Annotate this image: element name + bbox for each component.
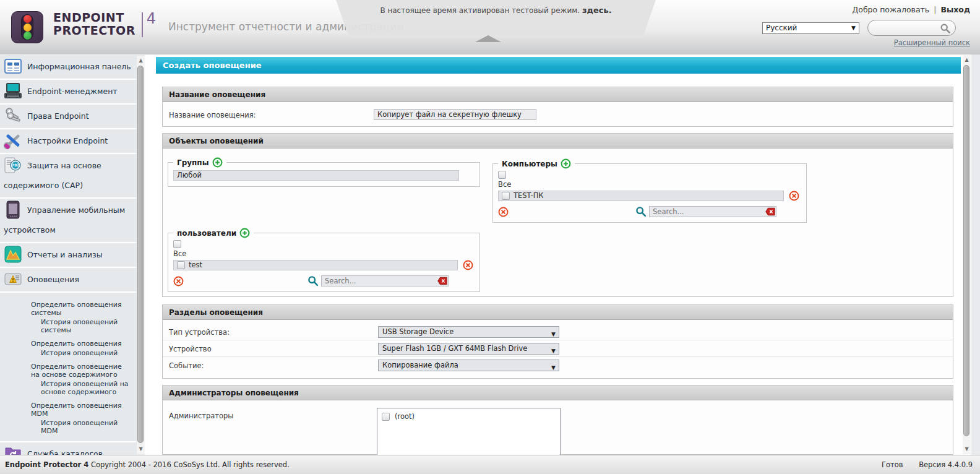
add-computer-icon[interactable] [561,158,571,169]
sidebar-item-label: Отчеты и анализы [27,250,103,259]
computers-search-input[interactable] [649,206,776,217]
device-type-row: Тип устройства: USB Storage Device ▼ [163,324,953,340]
sidebar-item-dashboard[interactable]: Информационная панель [0,55,136,80]
computer-item-checkbox[interactable] [502,192,510,200]
submenu-define-mdm-alerts[interactable]: Определить оповещения MDM [0,402,136,418]
endpoint-protector-app: ENDPOINT PROTECTOR 4 Инструмент отчетнос… [0,0,980,474]
group-item-any[interactable]: Любой [173,170,459,181]
banner-collapse-arrow[interactable] [475,35,501,42]
computers-all-checkbox[interactable] [498,171,506,179]
test-mode-banner: В настоящее время активирован тестовый р… [336,0,656,35]
user-item[interactable]: test [173,260,458,270]
advanced-search-link[interactable]: Расширенный поиск [894,38,970,47]
submenu-mdm-alerts-history[interactable]: История оповещений MDM [0,419,136,435]
status-ready: Готов [882,460,903,469]
remove-user-icon[interactable] [463,260,473,270]
administrator-root-checkbox[interactable] [382,413,390,421]
computer-item-label: TEST-ПК [514,191,544,200]
logo-version: 4 [147,10,156,27]
content-right-gutter [971,54,980,455]
submenu-alerts-history[interactable]: История оповещений [0,349,136,357]
dashboard-icon [4,57,27,77]
event-row: Событие: Копирование файла ▼ [163,357,953,374]
submenu-system-alerts-history[interactable]: История оповещений системы [0,318,136,334]
sidebar-item-endpoint-rights[interactable]: Права Endpoint [0,105,136,129]
administrator-option-root[interactable]: (root) [382,412,556,421]
device-select[interactable]: Super Flash 1GB / GXT 64MB Flash Drive ▼ [378,343,559,355]
scroll-up-icon[interactable]: ▲ [963,56,971,64]
sidebar-item-reports-analysis[interactable]: Отчеты и анализы [0,243,136,268]
users-search-clear-icon[interactable] [437,277,447,285]
users-all-checkbox[interactable] [173,240,181,248]
session-bar: Добро пожаловать | Выход [853,5,971,14]
sidebar-item-label: Права Endpoint [27,111,89,121]
clear-computers-icon[interactable] [498,207,509,217]
top-header: ENDPOINT PROTECTOR 4 Инструмент отчетнос… [0,0,980,54]
sidebar-item-mobile-device-management[interactable]: Управление мобильным устройством [0,199,136,243]
submenu-define-alerts[interactable]: Определить оповещения [0,340,136,348]
cap-icon: 792 [4,156,27,176]
search-icon[interactable] [940,23,951,34]
copyright-text: Endpoint Protector 4 Copyright 2004 - 20… [5,460,290,469]
scroll-up-icon[interactable]: ▲ [137,57,145,64]
logout-link[interactable]: Выход [940,5,970,14]
chevron-down-icon: ▼ [551,346,556,356]
sidebar-item-alerts[interactable]: Оповещения [0,268,136,293]
administrators-label: Администраторы [169,412,233,420]
tablet-icon [4,200,27,220]
main-scrollbar-thumb[interactable] [963,65,969,436]
computers-legend: Компьютеры [502,160,557,168]
add-user-icon[interactable] [239,228,250,238]
banner-here-link[interactable]: здесь. [582,6,612,15]
computers-all-label: Все [498,180,801,189]
submenu-define-content-aware-alert[interactable]: Определить оповещение на основе содержим… [0,363,136,379]
sidebar-item-endpoint-settings[interactable]: Настройки Endpoint [0,129,136,154]
logo[interactable]: ENDPOINT PROTECTOR 4 [11,11,156,43]
session-separator: | [934,5,936,14]
sidebar-scrollbar-thumb[interactable] [137,66,144,443]
device-row: Устройство Super Flash 1GB / GXT 64MB Fl… [163,340,953,357]
computers-search-clear-icon[interactable] [765,207,775,216]
laptop-icon [4,82,27,101]
sidebar-item-label: Endpoint-менеджмент [27,87,118,96]
sidebar-scrollbar[interactable]: ▲ ▼ [137,56,145,454]
users-search-icon [307,275,319,287]
user-item-checkbox[interactable] [177,261,185,269]
chevron-down-icon: ▼ [551,329,556,340]
sidebar-item-label: Настройки Endpoint [27,136,108,145]
computers-search-icon [635,206,647,217]
groups-box: Группы Любой [168,157,480,187]
event-select[interactable]: Копирование файла ▼ [378,360,559,371]
section-alert-administrators: Администраторы оповещения Администраторы… [162,385,953,455]
submenu-define-system-alerts[interactable]: Определить оповещения системы [0,301,136,317]
global-search-input[interactable] [874,22,939,33]
alert-name-input[interactable] [374,109,536,120]
device-type-value: USB Storage Device [382,327,453,336]
main-content: Создать оповещение Название оповещения Н… [145,54,971,455]
scroll-down-icon[interactable]: ▼ [963,446,971,453]
language-select[interactable]: Русский ▼ [762,22,859,34]
main-scrollbar[interactable]: ▲ ▼ [963,55,971,454]
add-group-icon[interactable] [212,157,223,168]
cap-badge: 792 [12,163,20,167]
device-type-select[interactable]: USB Storage Device ▼ [378,326,559,338]
chevron-down-icon: ▼ [551,363,556,373]
sidebar-item-label: Оповещения [27,275,79,284]
version-text: Версия 4.4.0.9 [919,460,973,469]
sidebar: Информационная панель Endpoint-менеджмен… [0,55,145,455]
submenu-content-aware-alerts-history[interactable]: История оповещений на основе содержимого [0,380,136,396]
traffic-light-icon [11,11,43,43]
device-type-label: Тип устройства: [169,328,230,337]
sidebar-item-content-aware-protection[interactable]: 792 Защита на основе содержимого (CAP) [0,154,136,199]
user-item-label: test [189,261,202,270]
computer-item[interactable]: TEST-ПК [498,191,784,201]
remove-computer-icon[interactable] [789,191,799,201]
users-search-input[interactable] [321,275,449,287]
chart-icon [4,245,27,265]
administrator-root-label: (root) [395,412,415,421]
banner-text: В настоящее время активирован тестовый р… [380,6,580,15]
scroll-down-icon[interactable]: ▼ [137,446,145,453]
clear-users-icon[interactable] [173,276,184,287]
sidebar-item-endpoint-management[interactable]: Endpoint-менеджмент [0,80,136,105]
event-label: Событие: [169,361,204,370]
